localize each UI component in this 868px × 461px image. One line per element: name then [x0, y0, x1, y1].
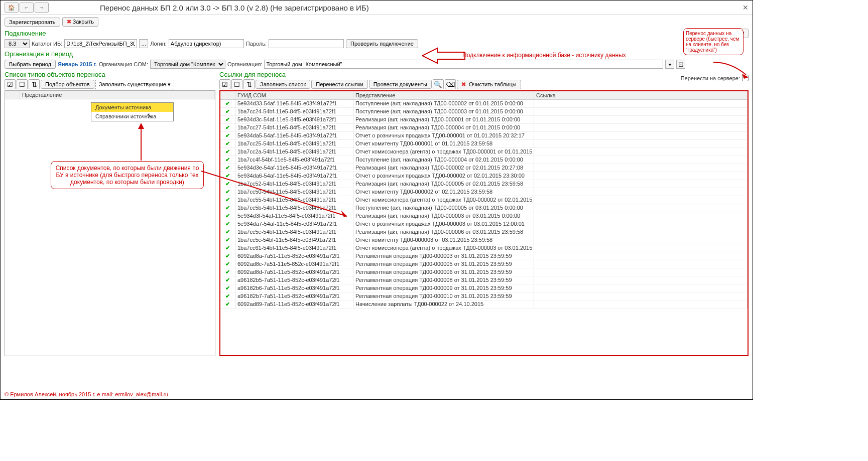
table-row[interactable]: ✔a96182b7-7a51-11e5-852c-e03f491a72f1Рег… — [220, 292, 748, 300]
row-check[interactable]: ✔ — [220, 244, 235, 252]
table-row[interactable]: ✔1ba7cc27-54bf-11e5-84f5-e03f491a72f1Реа… — [220, 124, 748, 132]
table-row[interactable]: ✔5e934d3c-54af-11e5-84f5-e03f491a72f1Реа… — [220, 116, 748, 124]
row-link — [534, 292, 748, 300]
svg-marker-2 — [341, 210, 347, 217]
row-check[interactable]: ✔ — [220, 236, 235, 244]
toggle-icon[interactable]: ⇅ — [243, 79, 255, 89]
row-link — [534, 228, 748, 236]
version-select[interactable]: 8.3 — [5, 39, 30, 48]
row-link — [534, 164, 748, 172]
pick-objects-button[interactable]: Подбор объектов — [41, 80, 94, 89]
catalog-label: Каталог ИБ: — [32, 41, 62, 47]
row-check[interactable]: ✔ — [220, 252, 235, 260]
table-row[interactable]: ✔1ba7cc5e-54bf-11e5-84f5-e03f491a72f1Реа… — [220, 228, 748, 236]
table-row[interactable]: ✔1ba7cc25-54bf-11e5-84f5-e03f491a72f1Отч… — [220, 140, 748, 148]
back-button[interactable]: ← — [20, 3, 34, 13]
row-check[interactable]: ✔ — [220, 148, 235, 156]
row-check[interactable]: ✔ — [220, 140, 235, 147]
connection-header: Подключение — [1, 29, 753, 38]
row-check[interactable]: ✔ — [220, 276, 235, 284]
row-check[interactable]: ✔ — [220, 284, 235, 292]
table-row[interactable]: ✔6092ad8c-7a51-11e5-852c-e03f491a72f1Рег… — [220, 260, 748, 268]
row-repr: Отчет комитенту ТД00-000001 от 01.01.201… — [353, 140, 534, 147]
row-repr: Реализация (акт, накладная) ТД00-000003 … — [353, 212, 534, 220]
catalog-browse-button[interactable]: … — [139, 39, 148, 48]
org-com-select[interactable]: Торговый дом "Комплексный" — [150, 60, 225, 69]
row-check[interactable]: ✔ — [220, 156, 235, 164]
row-guid: a96182b6-7a51-11e5-852c-e03f491a72f1 — [235, 284, 353, 292]
transfer-button[interactable]: Перенести ссылки — [311, 80, 367, 89]
row-repr: Регламентная операция ТД00-000003 от 31.… — [353, 252, 534, 260]
row-link — [534, 196, 748, 204]
row-guid: 6092ad8d-7a51-11e5-852c-e03f491a72f1 — [235, 268, 353, 276]
menu-refs-source[interactable]: Справочники источника — [91, 112, 173, 121]
catalog-input[interactable] — [64, 39, 137, 48]
row-repr: Отчет комиссионера (агента) о продажах Т… — [353, 244, 534, 252]
toggle-icon[interactable]: ⇅ — [29, 79, 40, 89]
password-input[interactable] — [269, 39, 344, 48]
row-repr: Отчет комитенту ТД00-000003 от 03.01.201… — [353, 236, 534, 244]
uncheck-all-icon[interactable]: ☐ — [17, 79, 28, 89]
table-row[interactable]: ✔1ba7cc4f-54bf-11e5-84f5-e03f491a72f1Пос… — [220, 156, 748, 164]
menu-documents-source[interactable]: Документы источника — [91, 103, 173, 112]
fill-existing-menu: Документы источника Справочники источник… — [91, 102, 174, 121]
row-guid: 6092ad89-7a51-11e5-852c-e03f491a72f1 — [235, 300, 353, 308]
cursor-icon: ↖ — [147, 111, 153, 119]
table-row[interactable]: ✔6092ad8a-7a51-11e5-852c-e03f491a72f1Рег… — [220, 252, 748, 260]
row-link — [534, 300, 748, 308]
table-row[interactable]: ✔1ba7cc24-54bf-11e5-84f5-e03f491a72f1Пос… — [220, 108, 748, 116]
row-repr: Поступление (акт, накладная) ТД00-000003… — [353, 108, 534, 115]
check-all-icon[interactable]: ☑ — [219, 79, 230, 89]
row-check[interactable]: ✔ — [220, 108, 235, 115]
table-row[interactable]: ✔5e934da5-54af-11e5-84f5-e03f491a72f1Отч… — [220, 132, 748, 140]
close-icon[interactable]: ✕ — [742, 4, 749, 12]
row-check[interactable]: ✔ — [220, 268, 235, 276]
row-check[interactable]: ✔ — [220, 300, 235, 308]
table-row[interactable]: ✔1ba7cc2a-54bf-11e5-84f5-e03f491a72f1Отч… — [220, 148, 748, 156]
register-button[interactable]: Зарегистрировать — [5, 18, 60, 27]
annotation-arrow-4-icon — [711, 60, 751, 81]
table-row[interactable]: ✔5e934d33-54af-11e5-84f5-e03f491a72f1Пос… — [220, 100, 748, 108]
svg-marker-0 — [422, 48, 465, 63]
check-all-icon[interactable]: ☑ — [5, 79, 16, 89]
row-link — [534, 156, 748, 164]
clear-tables-button[interactable]: ✖ Очистить таблицы — [457, 80, 521, 89]
right-header: Ссылки для переноса — [219, 70, 749, 79]
left-grid-body — [5, 99, 215, 350]
row-check[interactable]: ✔ — [220, 292, 235, 300]
table-row[interactable]: ✔1ba7cc5c-54bf-11e5-84f5-e03f491a72f1Отч… — [220, 236, 748, 244]
row-link — [534, 284, 748, 292]
close-button[interactable]: ✖Закрыть — [62, 17, 98, 27]
row-check[interactable]: ✔ — [220, 124, 235, 131]
cancel-search-icon[interactable]: ⌫ — [445, 79, 456, 89]
row-check[interactable]: ✔ — [220, 132, 235, 139]
table-row[interactable]: ✔6092ad8d-7a51-11e5-852c-e03f491a72f1Рег… — [220, 268, 748, 276]
select-period-button[interactable]: Выбрать период — [5, 60, 56, 69]
org-open-button[interactable]: ⊡ — [676, 60, 685, 69]
row-link — [534, 204, 748, 212]
table-row[interactable]: ✔a96182b6-7a51-11e5-852c-e03f491a72f1Рег… — [220, 284, 748, 292]
search-icon[interactable]: 🔍 — [433, 79, 444, 89]
table-row[interactable]: ✔a96182b5-7a51-11e5-852c-e03f491a72f1Рег… — [220, 276, 748, 284]
row-repr: Регламентная операция ТД00-000010 от 31.… — [353, 292, 534, 300]
login-input[interactable] — [169, 39, 244, 48]
row-repr: Отчет комиссионера (агента) о продажах Т… — [353, 148, 534, 156]
footer-copyright: © Ермилов Алексей, ноябрь 2015 г. e-mail… — [5, 391, 168, 397]
row-check[interactable]: ✔ — [220, 260, 235, 268]
fill-existing-dropdown[interactable]: Заполнить существующие ▾ — [95, 80, 174, 89]
row-check[interactable]: ✔ — [220, 100, 235, 107]
org-dropdown-button[interactable]: ▾ — [665, 60, 674, 69]
post-documents-button[interactable]: Провести документы — [369, 80, 432, 89]
table-row[interactable]: ✔6092ad89-7a51-11e5-852c-e03f491a72f1Нач… — [220, 300, 748, 309]
home-button[interactable]: 🏠 — [5, 3, 19, 13]
row-guid: 1ba7cc61-54bf-11e5-84f5-e03f491a72f1 — [235, 244, 353, 252]
table-row[interactable]: ✔1ba7cc61-54bf-11e5-84f5-e03f491a72f1Отч… — [220, 244, 748, 252]
svg-marker-4 — [138, 123, 144, 129]
forward-button[interactable]: → — [35, 3, 49, 13]
uncheck-all-icon[interactable]: ☐ — [231, 79, 242, 89]
fill-list-button[interactable]: Заполнить список — [256, 80, 310, 89]
row-repr: Реализация (акт, накладная) ТД00-000002 … — [353, 164, 534, 172]
row-check[interactable]: ✔ — [220, 116, 235, 123]
check-connection-button[interactable]: Проверить подключение — [346, 39, 418, 48]
row-check[interactable]: ✔ — [220, 228, 235, 236]
